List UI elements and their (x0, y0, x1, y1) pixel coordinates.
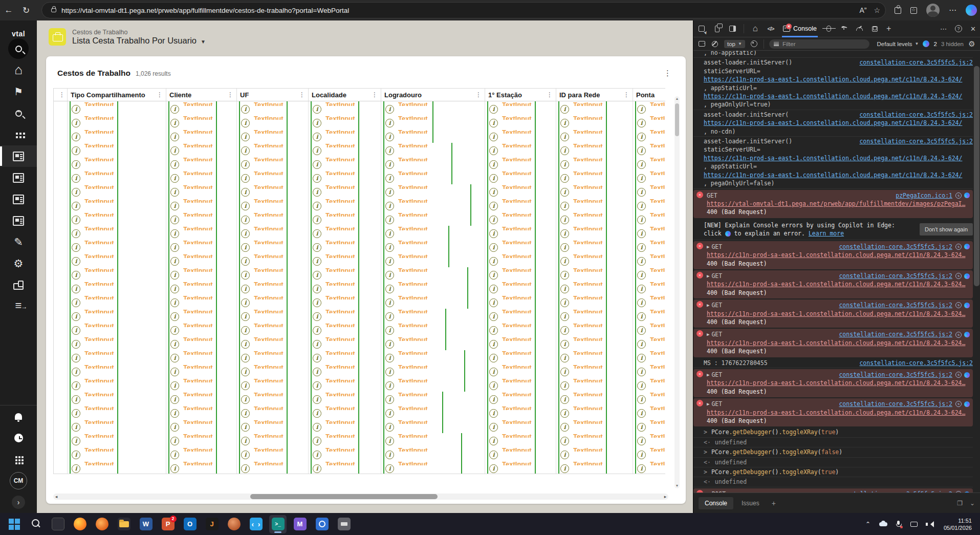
taskbar-app-m365[interactable]: M (291, 515, 309, 533)
sidebar-item-worklist-1[interactable] (0, 145, 37, 167)
source-link[interactable]: constellation-core.3c5f5fc5.js:2 (835, 490, 952, 493)
table-row[interactable]: iTextInputiTextInputiTextInputiTextInput… (54, 267, 665, 281)
taskbar-app-profile[interactable] (225, 515, 243, 533)
column-header-5[interactable]: Logradouro⋮ (381, 89, 485, 101)
table-row[interactable]: iTextInputiTextInputiTextInputiTextInput… (54, 198, 665, 212)
taskbar-app-outlook[interactable]: O (181, 515, 199, 533)
source-link[interactable]: pzPegaIcon.ico:1 (891, 191, 952, 200)
error-url-link[interactable]: https://c11n-prod-sa-east-1.constellatio… (707, 339, 965, 347)
source-link[interactable]: constellation-core.3c5f5fc5.js:2 (855, 137, 973, 145)
table-row[interactable]: iTextInputiTextInputiTextInputiTextInput… (54, 184, 665, 198)
microphone-icon[interactable] (895, 520, 903, 528)
table-row[interactable]: iTextInputiTextInputiTextInputiTextInput… (54, 364, 665, 378)
elements-tab-icon[interactable]: </> (767, 25, 775, 33)
clear-console-icon[interactable] (712, 41, 718, 47)
performance-tab-icon[interactable] (856, 27, 863, 31)
taskbar-app-vscode[interactable] (247, 515, 265, 533)
scroll-up-icon[interactable]: ▲ (674, 96, 680, 101)
copilot-icon[interactable] (964, 491, 970, 493)
expand-triangle-icon[interactable]: ▶ (707, 400, 709, 408)
table-row[interactable]: iTextInputiTextInputiTextInputiTextInput… (54, 350, 665, 364)
column-menu-kebab-icon[interactable]: ⋮ (155, 91, 163, 98)
more-tabs-plus-icon[interactable]: + (886, 24, 891, 33)
table-row[interactable]: iTextInputiTextInputiTextInputiTextInput… (54, 378, 665, 392)
error-url-link[interactable]: https://c11n-prod-sa-east-1.constellatio… (707, 409, 965, 416)
source-link[interactable]: constellation-core.3c5f5fc5.js:2 (835, 243, 952, 251)
cast-display-icon[interactable] (910, 522, 918, 527)
copilot-icon[interactable] (964, 372, 970, 378)
horizontal-scroll-thumb[interactable] (250, 494, 438, 499)
sidebar-item-search[interactable] (0, 38, 37, 59)
column-menu-kebab-icon[interactable]: ⋮ (225, 91, 233, 98)
log-url-link[interactable]: https://c11n-prod-sa-east-1.constellatio… (704, 171, 962, 179)
sidebar-item-worklist-2[interactable] (0, 167, 37, 188)
console-sidebar-icon[interactable] (699, 41, 705, 47)
column-header-6[interactable]: 1° Estação⋮ (485, 89, 556, 101)
expand-triangle-icon[interactable]: ▶ (707, 490, 709, 493)
dont-show-again-button[interactable]: Don't show again (920, 223, 973, 236)
devtools-scroll-thumb[interactable] (974, 66, 979, 286)
ai-explain-icon[interactable]: ⇅ (955, 302, 962, 308)
source-link[interactable]: constellation-core.3c5f5fc5.js:2 (835, 272, 952, 280)
sidebar-item-recents[interactable] (0, 427, 37, 448)
source-link[interactable]: constellation-core.3c5f5fc5.js:2 (835, 301, 952, 309)
error-url-link[interactable]: https://c11n-prod-sa-east-1.constellatio… (707, 281, 965, 288)
extensions-icon[interactable] (895, 7, 901, 14)
device-emulation-icon[interactable] (715, 26, 720, 32)
browser-profile-avatar[interactable] (926, 4, 940, 17)
ai-explain-icon[interactable]: ⇅ (955, 273, 962, 279)
source-link[interactable]: constellation-core.3c5f5fc5.js:2 (855, 111, 973, 119)
taskbar-app-powerpoint[interactable]: P2 (159, 515, 177, 533)
focus-panel-icon[interactable] (729, 26, 736, 32)
copilot-icon[interactable] (964, 244, 970, 249)
network-tab-icon[interactable] (841, 27, 848, 31)
log-levels-select[interactable]: Default levels▼ (877, 41, 919, 47)
taskbar-app-browser-orange[interactable] (93, 515, 111, 533)
header-row-menu[interactable]: ⋮ (54, 89, 68, 101)
table-row[interactable]: iTextInputiTextInputiTextInputiTextInput… (54, 336, 665, 350)
drawer-collapse-icon[interactable]: ⌄ (970, 500, 975, 507)
taskbar-app-java[interactable]: J (203, 515, 221, 533)
sidebar-item-expand-sidebar[interactable]: › (0, 491, 37, 513)
ai-explain-icon[interactable]: ⇅ (955, 491, 962, 493)
expand-triangle-icon[interactable]: ▶ (707, 243, 709, 251)
table-row[interactable]: iTextInputiTextInputiTextInputiTextInput… (54, 461, 665, 474)
column-header-7[interactable]: ID para Rede⋮ (556, 89, 633, 101)
console-settings-icon[interactable] (968, 40, 976, 48)
log-url-link[interactable]: https://c11n-prod-sa-east-1.constellatio… (704, 154, 962, 162)
sidebar-item-app-switcher[interactable] (0, 448, 37, 470)
log-url-link[interactable]: https://c11n-prod-sa-east-1.constellatio… (704, 75, 962, 83)
ai-explain-icon[interactable]: ⇅ (955, 401, 962, 407)
taskbar-app-notepad[interactable] (49, 515, 67, 533)
ai-explain-icon[interactable]: ⇅ (955, 192, 962, 199)
table-row[interactable]: iTextInputiTextInputiTextInputiTextInput… (54, 157, 665, 170)
address-bar[interactable]: https://vtal-omvtal-dt1.pega.net/prweb/a… (42, 3, 885, 18)
table-row[interactable]: iTextInputiTextInputiTextInputiTextInput… (54, 392, 665, 405)
log-url-link[interactable]: https://c11n-prod-sa-east-1.constellatio… (704, 92, 962, 100)
vertical-scroll-thumb[interactable] (675, 103, 679, 136)
table-row[interactable]: iTextInputiTextInputiTextInputiTextInput… (54, 295, 665, 309)
console-tab[interactable]: ✕ Console (782, 20, 818, 37)
copilot-icon[interactable] (964, 401, 970, 407)
column-header-1[interactable]: Tipo Compartilhamento⋮ (68, 89, 166, 101)
sidebar-item-insights[interactable] (0, 102, 37, 124)
sidebar-item-notifications[interactable] (0, 405, 37, 427)
sidebar-item-worklist-4[interactable] (0, 210, 37, 231)
tray-chevron-up-icon[interactable]: ⌃ (864, 520, 872, 528)
copilot-icon[interactable] (964, 303, 970, 308)
copilot-icon[interactable] (964, 192, 970, 198)
taskbar-app-firefox[interactable] (71, 515, 89, 533)
hidden-messages-count[interactable]: 3 hidden (941, 41, 964, 47)
column-menu-kebab-icon[interactable]: ⋮ (621, 91, 629, 98)
source-link[interactable]: constellation-core.3c5f5fc5.js:2 (855, 359, 973, 367)
scroll-right-icon[interactable]: ▸ (662, 494, 668, 500)
log-url-link[interactable]: https://c11n-prod-sa-east-1.constellatio… (704, 119, 962, 127)
welcome-tab-icon[interactable] (751, 25, 759, 33)
copilot-badge-icon[interactable] (923, 40, 929, 47)
table-row[interactable]: iTextInputiTextInputiTextInputiTextInput… (54, 101, 665, 115)
taskbar-app-start[interactable] (5, 515, 23, 533)
live-expression-icon[interactable] (751, 40, 757, 47)
table-row[interactable]: iTextInputiTextInputiTextInputiTextInput… (54, 419, 665, 433)
source-link[interactable]: constellation-core.3c5f5fc5.js:2 (835, 400, 952, 408)
drawer-more-tools-icon[interactable]: + (768, 499, 780, 507)
